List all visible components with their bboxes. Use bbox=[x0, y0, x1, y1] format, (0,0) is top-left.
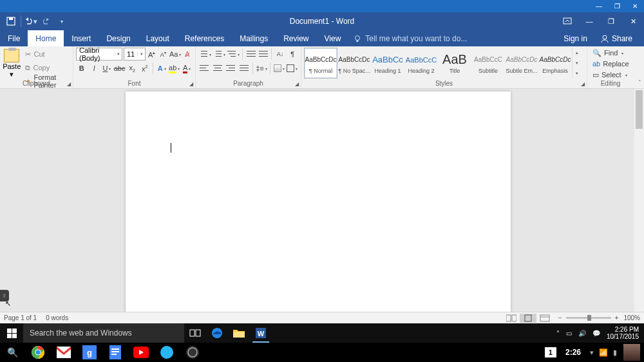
dock-battery-icon[interactable]: ▮ bbox=[613, 348, 617, 357]
underline-button[interactable]: U▾ bbox=[101, 62, 113, 75]
start-button[interactable] bbox=[0, 323, 23, 343]
tab-view[interactable]: View bbox=[317, 30, 349, 46]
select-button[interactable]: ▭Select▾ bbox=[590, 70, 630, 80]
zoom-level[interactable]: 100% bbox=[623, 314, 640, 321]
style-tile-7[interactable]: AaBbCcDcEmphasis bbox=[538, 48, 572, 79]
justify-button[interactable] bbox=[238, 62, 249, 75]
show-marks-button[interactable]: ¶ bbox=[287, 48, 298, 61]
shrink-font-button[interactable]: A▾ bbox=[158, 48, 168, 61]
decrease-indent-button[interactable] bbox=[245, 48, 256, 61]
tab-references[interactable]: References bbox=[177, 30, 232, 46]
customize-qat-button[interactable]: ▾ bbox=[55, 14, 69, 28]
dock-badge[interactable]: 1 bbox=[545, 347, 556, 357]
close-button[interactable]: ✕ bbox=[622, 12, 644, 30]
copy-button[interactable]: ⧉Copy bbox=[23, 61, 70, 74]
tab-review[interactable]: Review bbox=[276, 30, 316, 46]
style-tile-1[interactable]: AaBbCcDc¶ No Spac... bbox=[337, 48, 371, 79]
bold-button[interactable]: B bbox=[76, 62, 88, 75]
tab-home[interactable]: Home bbox=[28, 30, 64, 46]
style-tile-0[interactable]: AaBbCcDc¶ Normal bbox=[304, 48, 337, 79]
font-launcher[interactable]: ◢ bbox=[189, 81, 193, 87]
zoom-in-button[interactable]: + bbox=[615, 314, 619, 321]
italic-button[interactable]: I bbox=[89, 62, 100, 75]
outer-close-button[interactable]: ✕ bbox=[626, 0, 644, 12]
volume-icon[interactable]: 🔊 bbox=[578, 330, 586, 337]
notifications-icon[interactable]: 💬 bbox=[592, 330, 600, 337]
dock-gmail-button[interactable] bbox=[54, 343, 73, 362]
line-spacing-button[interactable]: ‡≡▾ bbox=[256, 62, 267, 75]
font-color-button[interactable]: A▾ bbox=[181, 62, 193, 75]
tab-mailings[interactable]: Mailings bbox=[232, 30, 276, 46]
font-name-combo[interactable]: Calibri (Body)▾ bbox=[76, 48, 122, 61]
bullets-button[interactable]: ▾ bbox=[198, 48, 211, 61]
increase-indent-button[interactable] bbox=[258, 48, 269, 61]
align-left-button[interactable] bbox=[198, 62, 210, 75]
superscript-button[interactable]: x2 bbox=[139, 62, 151, 75]
zoom-slider-knob[interactable] bbox=[587, 315, 591, 321]
multilevel-list-button[interactable]: ▾ bbox=[227, 48, 240, 61]
read-mode-button[interactable] bbox=[503, 314, 520, 323]
styles-gallery-more[interactable]: ▴▾▾ bbox=[572, 48, 581, 79]
grow-font-button[interactable]: A▴ bbox=[147, 48, 157, 61]
sign-in-link[interactable]: Sign in bbox=[564, 34, 587, 43]
dock-signal-icon[interactable]: 📶 bbox=[599, 348, 608, 357]
word-count[interactable]: 0 words bbox=[46, 314, 68, 321]
clear-formatting-button[interactable]: A̷ bbox=[182, 48, 193, 61]
dock-clock[interactable]: 2:26 bbox=[562, 347, 585, 358]
tab-layout[interactable]: Layout bbox=[138, 30, 177, 46]
collapse-ribbon-button[interactable]: ˄ bbox=[638, 79, 641, 86]
outer-maximize-button[interactable]: ❐ bbox=[608, 0, 626, 12]
clipboard-launcher[interactable]: ◢ bbox=[67, 81, 71, 87]
style-tile-3[interactable]: AaBbCcCHeading 2 bbox=[404, 48, 438, 79]
tab-file[interactable]: File bbox=[0, 30, 28, 46]
tab-design[interactable]: Design bbox=[99, 30, 138, 46]
style-tile-4[interactable]: AaBTitle bbox=[438, 48, 471, 79]
word-taskbar-button[interactable]: W bbox=[250, 323, 272, 343]
redo-button[interactable] bbox=[39, 14, 53, 28]
align-right-button[interactable] bbox=[225, 62, 236, 75]
ribbon-display-options-button[interactable] bbox=[556, 12, 578, 30]
cut-button[interactable]: ✂Cut bbox=[23, 48, 70, 61]
align-center-button[interactable] bbox=[211, 62, 223, 75]
numbering-button[interactable]: ▾ bbox=[213, 48, 225, 61]
dock-google-button[interactable]: g bbox=[80, 343, 99, 362]
strikethrough-button[interactable]: abc bbox=[114, 62, 126, 75]
web-layout-button[interactable] bbox=[536, 314, 553, 323]
paste-button[interactable]: Paste ▾ bbox=[3, 48, 21, 79]
style-tile-2[interactable]: AaBbCcHeading 1 bbox=[371, 48, 404, 79]
style-tile-6[interactable]: AaBbCcDcSubtle Em... bbox=[505, 48, 538, 79]
font-size-combo[interactable]: 11▾ bbox=[124, 48, 146, 61]
save-button[interactable] bbox=[4, 14, 18, 28]
tab-insert[interactable]: Insert bbox=[64, 30, 99, 46]
scrollbar-thumb[interactable] bbox=[636, 90, 643, 129]
find-button[interactable]: 🔍Find▾ bbox=[590, 48, 630, 58]
styles-launcher[interactable]: ◢ bbox=[581, 81, 585, 87]
dock-app1-button[interactable] bbox=[157, 343, 176, 362]
vertical-scrollbar[interactable] bbox=[634, 89, 644, 312]
share-button[interactable]: Share bbox=[595, 34, 638, 43]
replace-button[interactable]: abReplace bbox=[590, 59, 630, 69]
restore-button[interactable]: ❐ bbox=[600, 12, 622, 30]
style-tile-5[interactable]: AaBbCcCSubtitle bbox=[471, 48, 505, 79]
dock-avatar[interactable] bbox=[622, 343, 641, 362]
dock-chrome-button[interactable] bbox=[28, 343, 48, 362]
change-case-button[interactable]: Aa▾ bbox=[169, 48, 181, 61]
document-page[interactable] bbox=[126, 91, 511, 312]
taskbar-search-box[interactable]: Search the web and Windows bbox=[23, 323, 184, 343]
zoom-out-button[interactable]: − bbox=[558, 314, 562, 321]
outer-minimize-button[interactable]: — bbox=[590, 0, 608, 12]
edge-browser-button[interactable] bbox=[206, 323, 228, 343]
page-indicator[interactable]: Page 1 of 1 bbox=[4, 314, 37, 321]
minimize-button[interactable]: — bbox=[578, 12, 600, 30]
task-view-button[interactable] bbox=[184, 323, 206, 343]
shading-button[interactable]: ▾ bbox=[273, 62, 285, 75]
undo-button[interactable]: ▾ bbox=[24, 14, 38, 28]
print-layout-button[interactable] bbox=[520, 314, 536, 323]
subscript-button[interactable]: x2 bbox=[126, 62, 138, 75]
taskbar-clock[interactable]: 2:26 PM 10/17/2015 bbox=[607, 326, 639, 340]
dock-search-button[interactable]: 🔍 bbox=[3, 343, 22, 362]
file-explorer-button[interactable] bbox=[228, 323, 250, 343]
dock-youtube-button[interactable] bbox=[131, 343, 151, 362]
dock-docs-button[interactable] bbox=[106, 343, 125, 362]
battery-icon[interactable]: ▭ bbox=[566, 330, 572, 337]
